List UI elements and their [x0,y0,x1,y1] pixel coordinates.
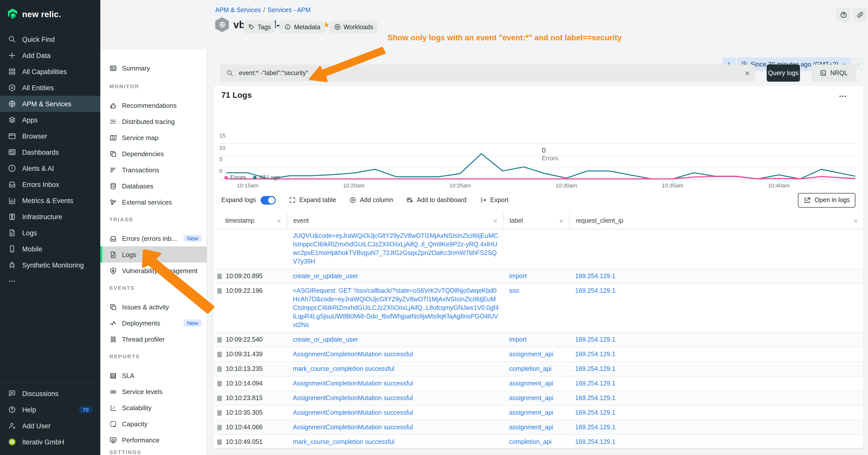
global-nav-item[interactable] [0,273,100,289]
add-column-button[interactable]: Add column [349,196,393,203]
cell-request-client-ip-link[interactable]: 169.254.129.1 [575,351,616,358]
entity-nav-item[interactable]: Vulnerability Management [100,262,207,279]
global-nav-item[interactable]: APM & Services [0,96,100,112]
new-relic-logo[interactable]: new relic. [0,0,100,23]
entity-nav-item[interactable]: Dependencies [100,145,207,162]
cell-label-link[interactable]: import [509,336,527,343]
global-nav-item[interactable]: Alerts & AI [0,160,100,176]
entity-action-button[interactable]: Metadata [280,21,325,33]
entity-action-button[interactable]: Workloads [330,21,378,33]
row-marker[interactable] [217,425,222,430]
export-button[interactable]: Export [479,196,508,203]
cell-event-link[interactable]: mark_course_completion successful [293,365,395,372]
column-header-label[interactable]: label [503,213,569,229]
entity-nav-item[interactable]: Issues & activity [100,299,207,315]
log-query-bar[interactable] [220,65,754,82]
row-marker[interactable] [217,395,222,401]
global-nav-footer-item[interactable]: Help 70 [0,401,100,418]
cell-label-link[interactable]: completion_api [509,438,552,446]
legend-item-all-logs[interactable]: All Logs [253,174,280,181]
global-nav-item[interactable]: Metrics & Events [0,193,100,208]
cell-label-link[interactable]: sso [509,287,519,294]
log-table-row[interactable]: JUQVU&code=eyJraWQiOiJjcGltY29yZV8wOTl1M… [213,229,864,269]
global-nav-item[interactable]: Apps [0,112,100,128]
remove-column-icon[interactable] [276,218,282,224]
cell-label-link[interactable]: assignment_api [509,394,553,401]
cell-request-client-ip-link[interactable]: 169.254.129.1 [575,287,616,294]
help-button[interactable] [836,7,850,22]
cell-event-link[interactable]: AssignmentCompletionMutation successful [293,351,413,358]
cell-event-link[interactable]: AssignmentCompletionMutation successful [293,380,413,387]
entity-nav-item[interactable]: Service levels [100,384,207,399]
global-nav-item[interactable]: Mobile [0,241,100,257]
global-nav-item[interactable]: Synthetic Monitoring [0,257,100,273]
cell-event-link[interactable]: AssignmentCompletionMutation successful [293,409,413,416]
column-header-request-client-ip[interactable]: request_client_ip [569,213,864,229]
entity-nav-item[interactable]: Summary [100,60,207,76]
panel-menu-button[interactable] [838,92,854,102]
log-table-row[interactable]: 10:10:13.235mark_course_completion succe… [213,362,864,377]
log-table-row[interactable]: 10:09:22.540create_or_update_userimport1… [213,332,864,347]
cell-request-client-ip-link[interactable]: 169.254.129.1 [575,272,616,280]
query-logs-button[interactable]: Query logs [767,65,800,82]
cell-label-link[interactable]: completion_api [509,365,552,372]
expand-logs-toggle[interactable] [260,196,276,204]
global-nav-item[interactable]: All Entities [0,79,100,96]
global-nav-item[interactable]: Logs [0,225,100,241]
global-nav-footer-item[interactable]: Add User [0,418,100,434]
breadcrumb-apm-services[interactable]: APM & Services [215,6,261,13]
entity-nav-item[interactable]: External services [100,194,207,210]
entity-nav-item[interactable]: Deployments New [100,315,207,331]
log-table-row[interactable]: 10:10:44.066AssignmentCompletionMutation… [213,420,864,435]
entity-nav-item[interactable]: Service map [100,130,207,145]
cell-label-link[interactable]: import [509,272,527,280]
open-in-logs-button[interactable]: Open in logs [798,193,856,207]
log-table-row[interactable]: 10:09:31.439AssignmentCompletionMutation… [213,347,864,362]
row-marker[interactable] [217,273,222,279]
nrql-button[interactable]: NRQL [811,65,856,82]
cell-label-link[interactable]: assignment_api [509,351,553,358]
cell-request-client-ip-link[interactable]: 169.254.129.1 [575,365,616,372]
cell-label-link[interactable]: assignment_api [509,424,553,431]
cell-label-link[interactable]: assignment_api [509,380,553,387]
row-marker[interactable] [217,366,222,372]
log-table-row[interactable]: 10:09:22.196<ASGIRequest: GET '/sso/call… [213,284,864,332]
cell-request-client-ip-link[interactable]: 169.254.129.1 [575,424,616,431]
log-table-row[interactable]: 10:10:49.051mark_course_completion succe… [213,435,864,447]
clear-query-button[interactable] [740,70,754,76]
row-marker[interactable] [217,288,222,294]
entity-nav-item[interactable]: Performance [100,432,207,448]
global-nav-footer-item[interactable]: Iterativ GmbH [0,434,100,450]
entity-nav-item[interactable]: Transactions [100,162,207,178]
log-query-input[interactable] [238,69,740,77]
cell-label-link[interactable]: assignment_api [509,409,553,416]
row-marker[interactable] [217,440,222,445]
entity-nav-item[interactable]: Scalability [100,399,207,416]
entity-nav-item[interactable]: SLA [100,367,207,384]
remove-column-icon[interactable] [558,218,564,224]
expand-table-button[interactable]: Expand table [289,196,336,203]
entity-nav-item[interactable]: Logs [100,247,207,262]
entity-nav-item[interactable]: Thread profiler [100,331,207,347]
global-nav-item[interactable]: Errors Inbox [0,176,100,193]
log-table-row[interactable]: 10:10:35.305AssignmentCompletionMutation… [213,405,864,420]
cell-event-link[interactable]: <ASGIRequest: GET '/sso/callback/?state=… [293,287,499,328]
global-nav-item[interactable]: Dashboards [0,144,100,160]
cell-event-link[interactable]: create_or_update_user [293,336,358,343]
entity-action-button[interactable]: Tags [244,21,276,33]
global-nav-item[interactable]: Add Data [0,47,100,64]
entity-nav-item[interactable]: Distributed tracing [100,113,207,130]
entity-nav-item[interactable]: Databases [100,178,207,194]
cell-request-client-ip-link[interactable]: 169.254.129.1 [575,438,616,446]
global-nav-item[interactable]: Infrastructure [0,208,100,225]
cell-event-link[interactable]: JUQVU&code=eyJraWQiOiJjcGltY29yZV8wOTl1M… [293,232,498,265]
cell-event-link[interactable]: AssignmentCompletionMutation successful [293,394,413,401]
column-header-timestamp[interactable]: timestamp [213,213,287,229]
entity-nav-item[interactable]: Errors (errors inb... New [100,230,207,247]
cell-request-client-ip-link[interactable]: 169.254.129.1 [575,394,616,401]
row-marker[interactable] [217,381,222,387]
global-nav-item[interactable]: All Capabilities [0,64,100,79]
global-nav-item[interactable]: Quick Find [0,31,100,47]
legend-item-errors[interactable]: Errors [224,174,246,181]
row-marker[interactable] [217,337,222,343]
